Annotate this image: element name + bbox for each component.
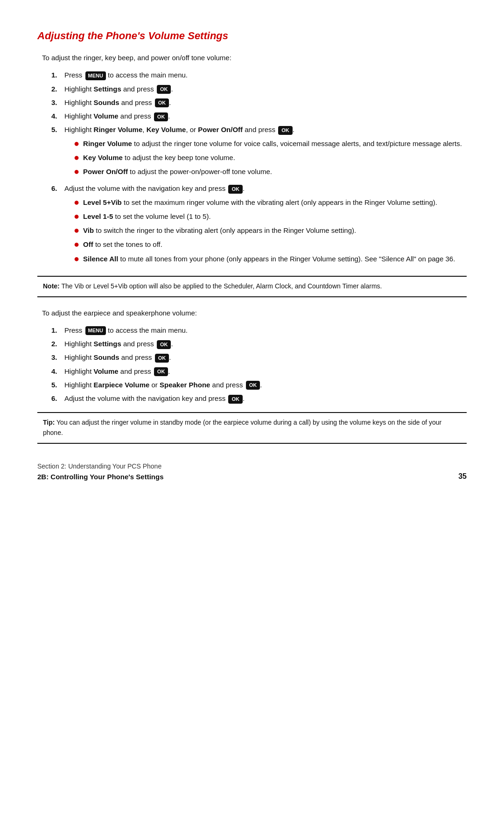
step-6-bullets: ● Level 5+Vib to set the maximum ringer …	[74, 197, 467, 264]
tip-label: Tip:	[43, 419, 55, 426]
bullet-dot-4: ●	[74, 196, 79, 208]
step-5-content: Highlight Ringer Volume, Key Volume, or …	[64, 124, 467, 180]
s2-step-5-num: 5.	[51, 379, 62, 390]
bullet-dot-2: ●	[74, 152, 79, 163]
bold-key-vol: Key Volume	[83, 154, 123, 161]
step-3-num: 3.	[51, 97, 62, 108]
s2-step-3-num: 3.	[51, 352, 62, 363]
footer-section: Section 2: Understanding Your PCS Phone	[37, 462, 164, 472]
step-6-num: 6.	[51, 183, 62, 194]
s2-step-3-content: Highlight Sounds and press OK.	[64, 352, 467, 363]
step-2: 2. Highlight Settings and press OK.	[51, 84, 467, 94]
bullet-power-onoff-content: Power On/Off to adjust the power-on/powe…	[83, 166, 467, 177]
bullet-vib: ● Vib to switch the ringer to the vibrat…	[74, 225, 467, 236]
bold-silence-all: Silence All	[83, 255, 118, 263]
intro-text-1: To adjust the ringer, key beep, and powe…	[42, 52, 467, 63]
term-ringer-vol: Ringer Volume	[94, 126, 143, 133]
term-key-vol: Key Volume	[147, 126, 186, 133]
s2-step-5: 5. Highlight Earpiece Volume or Speaker …	[51, 379, 467, 390]
s2-step-4-num: 4.	[51, 366, 62, 377]
bold-level1-5: Level 1-5	[83, 212, 113, 220]
step-4: 4. Highlight Volume and press OK.	[51, 111, 467, 121]
bullet-ringer-vol-content: Ringer Volume to adjust the ringer tone …	[83, 138, 467, 149]
step-2-num: 2.	[51, 84, 62, 94]
term-speaker-phone: Speaker Phone	[160, 381, 210, 389]
bullet-dot-8: ●	[74, 253, 79, 264]
step-2-content: Highlight Settings and press OK.	[64, 84, 467, 94]
s2-step-1-num: 1.	[51, 325, 62, 336]
step-1-content: Press MENU to access the main menu.	[64, 70, 467, 80]
bullet-silence-all-content: Silence All to mute all tones from your …	[83, 253, 467, 264]
ok-badge-s2-3: OK	[155, 354, 169, 363]
bullet-dot-6: ●	[74, 224, 79, 236]
bullet-dot-3: ●	[74, 166, 79, 177]
s2-step-2: 2. Highlight Settings and press OK.	[51, 338, 467, 349]
bold-power-onoff: Power On/Off	[83, 168, 128, 175]
step-5-num: 5.	[51, 124, 62, 135]
note-text: The Vib or Level 5+Vib option will also …	[61, 282, 382, 290]
s2-step-2-content: Highlight Settings and press OK.	[64, 338, 467, 349]
step-1: 1. Press MENU to access the main menu.	[51, 70, 467, 80]
page-title: Adjusting the Phone's Volume Settings	[37, 28, 467, 44]
bullet-ringer-vol: ● Ringer Volume to adjust the ringer ton…	[74, 138, 467, 149]
ok-badge-6: OK	[228, 185, 243, 194]
step-5: 5. Highlight Ringer Volume, Key Volume, …	[51, 124, 467, 180]
bold-vib: Vib	[83, 226, 94, 234]
ok-badge-s2-2: OK	[157, 340, 171, 349]
bullet-key-vol: ● Key Volume to adjust the key beep tone…	[74, 152, 467, 163]
step-3: 3. Highlight Sounds and press OK.	[51, 97, 467, 108]
note-box: Note: The Vib or Level 5+Vib option will…	[37, 276, 467, 297]
section2-list: 1. Press MENU to access the main menu. 2…	[51, 325, 467, 404]
s2-step-5-content: Highlight Earpiece Volume or Speaker Pho…	[64, 379, 467, 390]
s2-step-4: 4. Highlight Volume and press OK.	[51, 366, 467, 377]
bullet-level5vib: ● Level 5+Vib to set the maximum ringer …	[74, 197, 467, 208]
ok-badge-3: OK	[155, 98, 169, 107]
footer-chapter: 2B: Controlling Your Phone's Settings	[37, 471, 164, 482]
s2-step-4-content: Highlight Volume and press OK.	[64, 366, 467, 377]
term-sounds-1: Sounds	[94, 98, 119, 106]
step-6-content: Adjust the volume with the navigation ke…	[64, 183, 467, 267]
ok-badge-s2-5: OK	[246, 381, 260, 390]
bold-off: Off	[83, 240, 93, 248]
s2-step-2-num: 2.	[51, 338, 62, 349]
bold-level5vib: Level 5+Vib	[83, 198, 122, 206]
s2-step-6-num: 6.	[51, 393, 62, 404]
term-settings-1: Settings	[94, 85, 121, 93]
ok-badge-s2-4: OK	[154, 367, 168, 376]
section1-list: 1. Press MENU to access the main menu. 2…	[51, 70, 467, 267]
bullet-off-content: Off to set the tones to off.	[83, 239, 467, 250]
tip-box: Tip: You can adjust the ringer volume in…	[37, 412, 467, 443]
step-5-bullets: ● Ringer Volume to adjust the ringer ton…	[74, 138, 467, 177]
term-volume-1: Volume	[94, 112, 119, 120]
bullet-dot-1: ●	[74, 138, 79, 149]
note-label: Note:	[43, 282, 60, 290]
term-settings-2: Settings	[94, 340, 121, 348]
footer: Section 2: Understanding Your PCS Phone …	[37, 458, 467, 483]
s2-step-1: 1. Press MENU to access the main menu.	[51, 325, 467, 336]
s2-step-6-content: Adjust the volume with the navigation ke…	[64, 393, 467, 404]
bullet-power-onoff: ● Power On/Off to adjust the power-on/po…	[74, 166, 467, 177]
menu-badge-2: MENU	[85, 326, 106, 335]
term-volume-2: Volume	[94, 367, 119, 375]
step-6: 6. Adjust the volume with the navigation…	[51, 183, 467, 267]
term-sounds-2: Sounds	[94, 353, 119, 361]
term-power-onoff: Power On/Off	[198, 126, 243, 133]
bullet-key-vol-content: Key Volume to adjust the key beep tone v…	[83, 152, 467, 163]
step-3-content: Highlight Sounds and press OK.	[64, 97, 467, 108]
bullet-vib-content: Vib to switch the ringer to the vibratin…	[83, 225, 467, 236]
bold-ringer-vol: Ringer Volume	[83, 140, 132, 147]
bullet-level5vib-content: Level 5+Vib to set the maximum ringer vo…	[83, 197, 467, 208]
step-4-num: 4.	[51, 111, 62, 121]
ok-badge-s2-6: OK	[228, 395, 243, 404]
tip-text: You can adjust the ringer volume in stan…	[43, 419, 441, 436]
step-4-content: Highlight Volume and press OK.	[64, 111, 467, 121]
step-1-num: 1.	[51, 70, 62, 80]
ok-badge-4: OK	[154, 112, 168, 121]
bullet-dot-5: ●	[74, 210, 79, 222]
bullet-silence-all: ● Silence All to mute all tones from you…	[74, 253, 467, 264]
ok-badge-5: OK	[278, 126, 293, 135]
bullet-level1-5: ● Level 1-5 to set the volume level (1 t…	[74, 211, 467, 222]
bullet-off: ● Off to set the tones to off.	[74, 239, 467, 250]
footer-page: 35	[458, 471, 467, 483]
menu-badge-1: MENU	[85, 71, 106, 80]
